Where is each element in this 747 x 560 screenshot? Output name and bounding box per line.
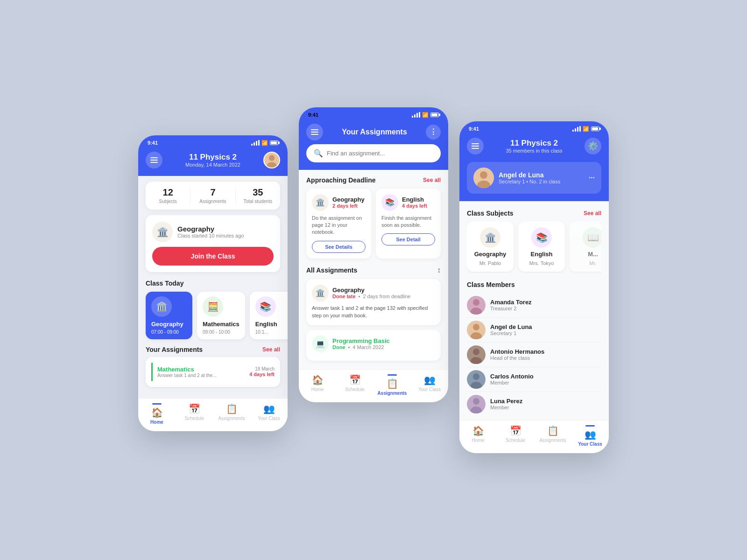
class-members-section: Class Members Amanda Torez Treasurer 2 — [459, 277, 609, 420]
nav-schedule-1[interactable]: 📅 Schedule — [176, 403, 213, 425]
assignments-see-all[interactable]: See all — [262, 346, 280, 353]
nav-home-2[interactable]: 🏠 Home — [299, 374, 336, 396]
member-info-4: Luna Perez Member — [490, 398, 522, 410]
all-prog-meta: Done • 4 March 2022 — [332, 344, 390, 350]
member-info-1: Angel de Luna Secretary 1 — [490, 323, 532, 336]
nav-schedule-2[interactable]: 📅 Schedule — [336, 374, 374, 396]
member-avatar-4 — [467, 395, 486, 413]
more-button-2[interactable]: ⋮ — [426, 125, 441, 140]
menu-button-3[interactable] — [467, 138, 484, 154]
status-icons-1: 📶 — [251, 140, 278, 146]
svg-point-16 — [473, 373, 479, 380]
nav-home-3[interactable]: 🏠 Home — [459, 425, 497, 447]
nav-assignments-3[interactable]: 📋 Assignments — [534, 425, 571, 447]
assign-subject: Mathematics — [157, 366, 245, 373]
join-class-button[interactable]: Join the Class — [152, 247, 274, 266]
nav-assignments-2[interactable]: 📋 Assignments — [374, 374, 411, 396]
subject-card-english[interactable]: 📚 English Mrs. Tokyo — [518, 222, 565, 272]
deadline-see-all[interactable]: See all — [423, 177, 441, 183]
deadline-geo-icon: 🏛️ — [312, 194, 329, 211]
subject-card-geography[interactable]: 🏛️ Geography Mr. Pablo — [467, 222, 514, 272]
menu-button-2[interactable] — [306, 124, 323, 140]
nav-schedule-label-3: Schedule — [506, 438, 525, 443]
phone3: 9:41 📶 11 Physics 2 — [459, 121, 609, 453]
phone3-header-content: 11 Physics 2 35 members in this class ⚙️ — [459, 134, 609, 162]
time-2: 9:41 — [308, 112, 318, 118]
class-today-title: Class Today — [146, 280, 183, 287]
member-row-3: Carlos Antonio Member — [467, 367, 601, 392]
today-card-english[interactable]: 📚 English 10:1... — [250, 292, 288, 339]
english-today-icon: 📚 — [255, 296, 276, 317]
nav-schedule-3[interactable]: 📅 Schedule — [497, 425, 534, 447]
your-assignments-header: Your Assignments See all — [138, 346, 288, 353]
status-icons-3: 📶 — [572, 126, 599, 132]
search-icon-2: 🔍 — [314, 149, 323, 158]
nav-assignments-1[interactable]: 📋 Assignments — [213, 403, 250, 425]
class-today-scroll: 🏛️ Geography 07:00 - 09:00 🧮 Mathematics… — [138, 287, 288, 344]
today-card-geography[interactable]: 🏛️ Geography 07:00 - 09:00 — [146, 292, 192, 339]
signal-icon-1 — [251, 140, 260, 146]
geography-class-card: 🏛️ Geography Class started 10 minutes ag… — [146, 215, 280, 272]
home-icon-1: 🏠 — [151, 407, 163, 418]
subject-eng-teacher: Mrs. Tokyo — [529, 260, 554, 266]
member-role-3: Member — [490, 380, 534, 385]
phones-container: 9:41 📶 11 Physics 2 — [138, 107, 609, 453]
geography-today-icon: 🏛️ — [151, 296, 172, 317]
battery-icon-1 — [270, 140, 278, 145]
svg-point-1 — [269, 155, 275, 161]
menu-button-1[interactable] — [146, 152, 162, 168]
deadline-geo-subject: Geography — [332, 196, 365, 203]
see-details-geo-btn[interactable]: See Details — [312, 241, 366, 253]
deadline-eng-days: 4 days left — [402, 203, 427, 209]
all-geo-bullet: • — [359, 294, 360, 299]
subjects-see-all[interactable]: See all — [584, 210, 601, 217]
all-card-top-1: 💻 Programming Basic Done • 4 March 2022 — [312, 336, 435, 352]
member-role-1: Secretary 1 — [490, 330, 532, 336]
active-dot-yourclass-3 — [585, 425, 595, 427]
avatar-1[interactable] — [263, 152, 280, 168]
member-role-2: Head of the class — [490, 355, 544, 361]
hamburger-icon-1 — [150, 157, 158, 163]
nav-yourclass-1[interactable]: 👥 Your Class — [250, 403, 288, 425]
all-prog-info: Programming Basic Done • 4 March 2022 — [332, 337, 390, 350]
header-title-1: 11 Physics 2 Monday, 14 March 2022 — [185, 153, 240, 168]
status-icons-2: 📶 — [412, 112, 439, 118]
class-status: Class started 10 minutes ago — [177, 233, 244, 238]
sort-icon[interactable]: ↕ — [437, 266, 441, 274]
assign-right: 18 March 4 days left — [249, 366, 275, 377]
class-subjects-section: Class Subjects See all 🏛️ Geography Mr. … — [459, 201, 609, 277]
svg-point-10 — [473, 324, 479, 330]
nav-yourclass-3[interactable]: 👥 Your Class — [571, 425, 609, 447]
time-3: 9:41 — [469, 126, 479, 132]
member-info-3: Carlos Antonio Member — [490, 373, 534, 385]
search-input-2[interactable] — [327, 150, 433, 157]
member-row-0: Amanda Torez Treasurer 2 — [467, 293, 601, 318]
wifi-icon-1: 📶 — [261, 140, 268, 146]
stat-num-assignments: 7 — [190, 187, 235, 198]
all-geo-info: Geography Done late • 2 days from deadli… — [332, 287, 411, 299]
all-geo-desc: Answer task 1 and 2 at the page 132 with… — [312, 304, 435, 320]
assignments-icon-2: 📋 — [387, 378, 398, 389]
battery-icon-3 — [591, 126, 599, 131]
today-card-mathematics[interactable]: 🧮 Mathematics 09:00 - 10:00 — [197, 292, 245, 339]
member-row-1: Angel de Luna Secretary 1 — [467, 318, 601, 343]
nav-yourclass-label-1: Your Class — [258, 416, 280, 421]
settings-button-3[interactable]: ⚙️ — [585, 138, 601, 154]
approaching-deadline-section: Approaching Deadline See all 🏛️ Geograph… — [299, 170, 448, 262]
svg-point-13 — [473, 349, 479, 355]
nav-yourclass-2[interactable]: 👥 Your Class — [411, 374, 448, 396]
class-subjects-header: Class Subjects See all — [467, 210, 601, 217]
subject-card-more[interactable]: 📖 M... Mr. — [570, 222, 601, 272]
all-geo-status: Done late — [332, 294, 356, 299]
member-name-4: Luna Perez — [490, 398, 522, 405]
nav-home-1[interactable]: 🏠 Home — [138, 403, 176, 425]
user-more-btn-3[interactable]: ··· — [589, 174, 595, 182]
see-details-eng-btn[interactable]: See Detail — [381, 233, 435, 245]
search-bar-2[interactable]: 🔍 — [306, 144, 441, 162]
assign-desc: Answer task 1 and 2 at the... — [157, 373, 245, 378]
all-prog-subject: Programming Basic — [332, 337, 390, 344]
user-info-3: Angel de Luna Secretary 1 • No. 2 in cla… — [499, 171, 584, 184]
spacer-1 — [138, 391, 288, 398]
deadline-eng-subject: English — [402, 196, 427, 203]
class-subject: Geography — [177, 225, 244, 233]
